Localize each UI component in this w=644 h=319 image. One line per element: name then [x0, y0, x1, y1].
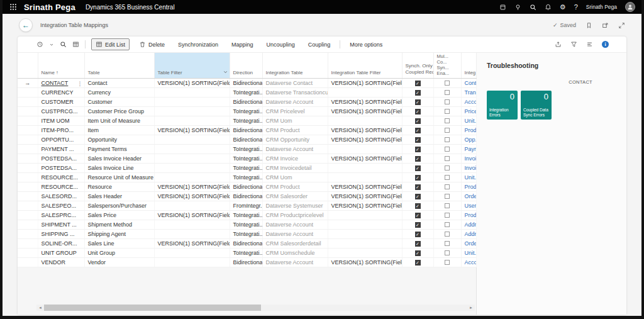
cell-integration-table-filter[interactable] [328, 144, 402, 154]
cell-name[interactable]: ITEM UOM [38, 116, 84, 125]
cell-table[interactable]: Vendor [84, 257, 154, 267]
cell-integration-table[interactable]: Dataverse Account [262, 257, 328, 267]
record-name-link[interactable]: SHIPPING ... [42, 231, 75, 237]
checkbox-checked-icon[interactable]: ✓ [415, 156, 421, 162]
cell-multi-company-sync[interactable] [433, 106, 461, 116]
cell-integration-table-filter[interactable]: VERSION(1) SORTING(Field1) W... [328, 125, 402, 135]
record-name-link[interactable]: RESOURCE... [42, 184, 79, 190]
coupling-menu[interactable]: Coupling [304, 40, 335, 50]
cell-table[interactable]: Sales Header [84, 191, 154, 201]
cell-integration-table-filter[interactable] [328, 248, 402, 257]
record-name-link[interactable]: PAYMENT ... [42, 146, 74, 152]
cell-sync-only-coupled[interactable]: ✓ [402, 154, 433, 163]
checkbox-checked-icon[interactable]: ✓ [415, 175, 421, 181]
cell-direction[interactable]: ToIntegrati... [230, 229, 262, 238]
settings-gear-icon[interactable]: ⚙ [560, 4, 566, 11]
cell-integration-table-filter[interactable]: VERSION(1) SORTING(Field1) W... [328, 182, 402, 191]
cell-name[interactable]: SHIPMENT ... [38, 220, 84, 229]
cell-name[interactable]: RESOURCE... [38, 172, 84, 182]
cell-multi-company-sync[interactable] [433, 248, 461, 257]
cell-table-filter[interactable]: VERSION(1) SORTING(Field1) W... [154, 78, 230, 87]
scroll-right-icon[interactable]: ► [467, 305, 475, 311]
cell-integration-field-caption[interactable]: Addr... [461, 220, 476, 229]
cell-multi-company-sync[interactable] [433, 97, 461, 106]
cell-sync-only-coupled[interactable]: ✓ [402, 201, 433, 210]
cell-integration-field-caption[interactable]: Paym... [461, 144, 476, 154]
cell-integration-table-filter[interactable]: VERSION(1) SORTING(Field1) W... [328, 257, 402, 267]
cell-integration-table[interactable]: CRM Pricelevel [262, 106, 328, 116]
cell-table[interactable]: Unit Group [84, 248, 154, 257]
row-selector[interactable] [18, 163, 38, 172]
cell-integration-table-filter[interactable] [328, 210, 402, 220]
cell-direction[interactable]: ToIntegrati... [230, 154, 262, 163]
integration-errors-tile[interactable]: 0 Integration Errors [487, 91, 518, 120]
record-name-link[interactable]: VENDOR [42, 259, 66, 266]
bookmark-icon[interactable] [586, 22, 592, 29]
checkbox-checked-icon[interactable]: ✓ [415, 137, 421, 143]
checkbox-unchecked-icon[interactable] [445, 250, 450, 255]
row-selector[interactable] [18, 87, 38, 97]
record-name-link[interactable]: CONTACT [42, 80, 69, 86]
checkbox-unchecked-icon[interactable] [445, 81, 450, 86]
delete-button[interactable]: Delete [135, 39, 169, 50]
cell-sync-only-coupled[interactable]: ✓ [402, 238, 433, 248]
record-name-link[interactable]: POSTEDSA... [42, 165, 77, 171]
checkbox-unchecked-icon[interactable] [445, 203, 450, 208]
help-icon[interactable]: ? [574, 4, 578, 11]
chevron-down-icon[interactable] [223, 70, 228, 76]
table-row[interactable]: UNIT GROUPUnit GroupToIntegrati...CRM Uo… [18, 248, 476, 257]
cell-integration-table[interactable]: CRM Opportunity [262, 135, 328, 144]
cell-table[interactable]: Shipping Agent [84, 229, 154, 238]
cell-table-filter[interactable] [154, 87, 230, 97]
cell-sync-only-coupled[interactable]: ✓ [402, 172, 433, 182]
table-row[interactable]: ITEM UOMItem Unit of MeasureToIntegrati.… [18, 116, 476, 125]
table-row[interactable]: SALESORD...Sales HeaderVERSION(1) SORTIN… [18, 191, 476, 201]
checkbox-unchecked-icon[interactable] [445, 109, 450, 114]
row-selector[interactable] [18, 125, 38, 135]
cell-multi-company-sync[interactable] [433, 210, 461, 220]
table-row[interactable]: SOLINE-OR...Sales LineVERSION(1) SORTING… [18, 238, 476, 248]
cell-name[interactable]: CUSTOMER [38, 97, 84, 106]
column-header-integration-table[interactable]: Integration Table [262, 53, 328, 78]
related-menu-icon[interactable] [36, 41, 43, 48]
column-header-integration-field[interactable]: Integ... [461, 53, 476, 78]
cell-integration-table[interactable]: CRM Uom [262, 172, 328, 182]
cell-table-filter[interactable] [154, 163, 230, 172]
analyze-grid-icon[interactable] [72, 41, 79, 48]
cell-table[interactable]: Sales Invoice Header [84, 154, 154, 163]
cell-table-filter[interactable]: VERSION(1) SORTING(Field1) W... [154, 182, 230, 191]
table-row[interactable]: SALESPRC...Sales PriceVERSION(1) SORTING… [18, 210, 476, 220]
cell-integration-table[interactable]: Dataverse Account [262, 220, 328, 229]
cell-table[interactable]: Payment Terms [84, 144, 154, 154]
checkbox-checked-icon[interactable]: ✓ [415, 90, 421, 96]
table-row[interactable]: →CONTACT⋮ContactVERSION(1) SORTING(Field… [18, 78, 476, 87]
checkbox-checked-icon[interactable]: ✓ [415, 232, 421, 237]
cell-sync-only-coupled[interactable]: ✓ [402, 191, 433, 201]
cell-multi-company-sync[interactable] [433, 78, 461, 87]
cell-multi-company-sync[interactable] [433, 116, 461, 125]
checkbox-checked-icon[interactable]: ✓ [415, 260, 421, 266]
cell-name[interactable]: UNIT GROUP [38, 248, 84, 257]
cell-table-filter[interactable] [154, 220, 230, 229]
cell-integration-table[interactable]: CRM Productpricelevel [262, 210, 328, 220]
cell-integration-table-filter[interactable]: VERSION(1) SORTING(Field1) W... [328, 97, 402, 106]
synchronization-menu[interactable]: Synchronization [174, 40, 222, 50]
cell-direction[interactable]: Bidirectional [230, 257, 262, 267]
cell-table-filter[interactable] [154, 229, 230, 238]
checkbox-checked-icon[interactable]: ✓ [415, 128, 421, 133]
cell-integration-field-caption[interactable]: Prod... [461, 125, 476, 135]
checkbox-unchecked-icon[interactable] [445, 156, 450, 161]
record-name-link[interactable]: SHIPMENT ... [42, 221, 77, 228]
cell-multi-company-sync[interactable] [433, 154, 461, 163]
back-button[interactable]: ← [19, 18, 33, 32]
cell-table[interactable]: Customer Price Group [84, 106, 154, 116]
row-selector[interactable]: → [18, 78, 38, 87]
cell-integration-table[interactable]: Dataverse Transactioncurrency [262, 87, 328, 97]
expand-icon[interactable] [618, 22, 625, 29]
column-header-integration-table-filter[interactable]: Integration Table Filter [328, 53, 402, 78]
record-name-link[interactable]: SALESPEO... [42, 203, 77, 209]
checkbox-checked-icon[interactable]: ✓ [415, 99, 421, 105]
column-header-direction[interactable]: Direction [230, 53, 262, 78]
cell-name[interactable]: POSTEDSA... [38, 154, 84, 163]
cell-integration-field-caption[interactable]: Invoi... [461, 163, 476, 172]
